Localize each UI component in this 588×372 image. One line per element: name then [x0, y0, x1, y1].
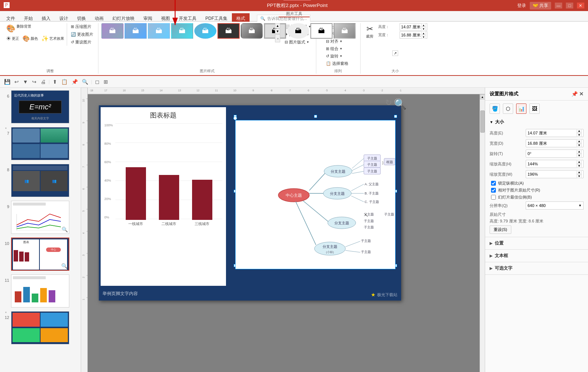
scale-w-spin-up[interactable]: ▲ [577, 170, 582, 174]
reset-size-button[interactable]: 重设(S) [490, 225, 511, 234]
close-button[interactable]: ✕ [577, 3, 584, 8]
slide-9-search-icon[interactable]: 🔍 [62, 227, 68, 232]
undo-button[interactable]: ↩ [13, 78, 20, 86]
picture-layout-button[interactable]: ⊟图片版式▼ [283, 39, 313, 46]
slide-thumb-10[interactable]: 10 图表 中心 🔍 [2, 237, 79, 271]
size-section-header[interactable]: ▼ 大小 [485, 117, 588, 127]
scale-w-input[interactable]: 196% ▲ ▼ [526, 170, 584, 178]
qa-extra2[interactable]: ⊞ [102, 78, 109, 86]
width-input[interactable]: 16.88 厘米 ▲ ▼ [526, 139, 584, 147]
text-box-section[interactable]: ▶ 文本框 [485, 250, 588, 262]
height-down-spinner[interactable]: ▼ [421, 27, 426, 31]
remove-background-button[interactable]: 🎨 删除背景 [5, 23, 65, 34]
relative-size-checkbox[interactable] [491, 188, 496, 193]
position-section[interactable]: ▶ 位置 [485, 237, 588, 250]
corrections-button[interactable]: ☀ 更正 [5, 34, 20, 43]
best-fit-checkbox[interactable] [491, 195, 496, 200]
panel-close-button[interactable]: ✕ [579, 91, 584, 97]
picture-style-7[interactable]: 🏔 [241, 23, 263, 39]
color-button[interactable]: 🎨 颜色 [21, 34, 39, 43]
rotation-spin-down[interactable]: ▼ [577, 154, 582, 158]
picture-style-10[interactable]: 🏔 [310, 23, 333, 39]
slide-thumb-7[interactable]: * 7 [2, 126, 79, 161]
height-spin-up[interactable]: ▲ [577, 129, 582, 133]
slide-thumb-11[interactable]: 11 [2, 274, 79, 308]
picture-style-2[interactable]: 🏔 [125, 23, 147, 39]
width-value[interactable]: 16.88 厘米 [401, 32, 421, 38]
picture-style-9[interactable]: 🏔 [287, 23, 309, 39]
slide-thumb-8[interactable]: 8 👥 👥 [2, 163, 79, 198]
scrollbar-vertical[interactable]: ▲ ▼ ⬆ ⬇ [480, 94, 485, 372]
horizontal-ruler: ·18 17 16 15 14 13 12 11 10 ·9 ·8 ·7 ·6 … [88, 88, 485, 94]
rotate-handle[interactable] [233, 116, 237, 120]
redo-button[interactable]: ↪ [31, 78, 38, 86]
resolution-dropdown[interactable]: ▼ [578, 204, 582, 207]
save-qa-button[interactable]: 💾 [3, 78, 11, 86]
picture-style-1[interactable]: 🏔 [101, 23, 123, 39]
lock-aspect-checkbox[interactable] [491, 181, 496, 186]
login-button[interactable]: 登录 [517, 3, 526, 9]
handle-top-right[interactable] [394, 115, 397, 118]
picture-style-6[interactable]: 🏔 [218, 23, 240, 39]
share-button[interactable]: 🤝 共享 [530, 2, 551, 10]
height-input[interactable]: 14.07 厘米 ▲ ▼ [526, 129, 584, 137]
scroll-thumb-v[interactable] [480, 110, 485, 133]
alt-text-section[interactable]: ▶ 可选文字 [485, 262, 588, 275]
height-up-spinner[interactable]: ▲ [421, 23, 426, 27]
change-picture-button[interactable]: 🔄更改图片 [69, 31, 95, 38]
width-spin-down[interactable]: ▼ [577, 143, 582, 147]
gallery-down-button[interactable]: ▼ [275, 29, 280, 34]
rotation-label: 旋转(T) [490, 151, 523, 157]
picture-style-3[interactable]: 🏔 [148, 23, 170, 39]
picture-style-5[interactable]: 🏔 [194, 23, 216, 39]
width-spin-up[interactable]: ▲ [577, 139, 582, 143]
gallery-up-button[interactable]: ▲ [275, 23, 280, 28]
handle-top-mid[interactable] [314, 115, 317, 118]
slide-thumb-9[interactable]: 9 🔍 [2, 200, 79, 235]
print-button[interactable]: 🖨 [39, 78, 47, 86]
picture-style-4[interactable]: 🏔 [171, 23, 193, 39]
canvas-area[interactable]: 图表标题 100% 80% 60% 40% 20% 0% [88, 94, 480, 372]
scale-h-input[interactable]: 144% ▲ ▼ [526, 160, 584, 168]
scale-w-spin-down[interactable]: ▼ [577, 174, 582, 178]
scroll-up-button[interactable]: ▲ [480, 94, 485, 99]
width-down-spinner[interactable]: ▼ [421, 35, 426, 39]
qa-clipboard-button[interactable]: 📋 [60, 78, 69, 86]
artistic-effects-button[interactable]: ✨ 艺术效果 [40, 34, 65, 43]
scale-h-spin-down[interactable]: ▼ [577, 164, 582, 168]
align-button[interactable]: ⊟对齐▼ [324, 38, 344, 45]
scale-h-spin-up[interactable]: ▲ [577, 160, 582, 164]
svg-line-46 [309, 173, 325, 190]
rotate-button[interactable]: ↺旋转▼ [324, 53, 344, 60]
slide-thumb-6[interactable]: 6 近代历史人物的故事 E=mc² 相关内容文字 [2, 90, 79, 124]
selection-pane-button[interactable]: 📋选择窗格 [324, 60, 350, 67]
format-tab-picture[interactable]: 🖼 [529, 103, 540, 114]
format-tab-fill[interactable]: 🪣 [490, 103, 500, 114]
maximize-button[interactable]: □ [566, 3, 573, 8]
minimize-button[interactable]: — [555, 3, 562, 8]
qa-pin-button[interactable]: 📌 [70, 78, 79, 86]
format-tab-effects[interactable]: ⬡ [503, 103, 513, 114]
svg-text:8: 8 [82, 144, 85, 145]
height-value[interactable]: 14.07 厘米 [401, 24, 421, 30]
qa-extra1[interactable]: ◻ [94, 78, 101, 86]
qa-search-button[interactable]: 🔍 [81, 78, 89, 86]
picture-style-11[interactable]: 🏔 [334, 23, 356, 39]
undo-dropdown[interactable]: ▼ [22, 78, 29, 86]
width-up-spinner[interactable]: ▲ [421, 31, 426, 35]
slide-thumb-12[interactable]: * 12 [2, 310, 79, 345]
qa-up-button[interactable]: ⬆ [52, 78, 58, 86]
slide-10-search-icon[interactable]: 🔍 [61, 263, 67, 269]
crop-button[interactable]: ✂ 裁剪 [363, 23, 376, 40]
selected-image-wrapper[interactable]: ↻ 🔍 中心主题 分支主题 [235, 116, 396, 266]
format-tab-size[interactable]: 📊 [516, 103, 526, 114]
compress-button[interactable]: ⊞压缩图片 [69, 23, 95, 30]
panel-pin-button[interactable]: 📌 [571, 91, 578, 97]
gallery-more-button[interactable]: ⬦ [275, 34, 280, 42]
rotation-spin-up[interactable]: ▲ [577, 150, 582, 154]
group-button[interactable]: ⊞组合▼ [324, 45, 344, 52]
size-dialog-launcher[interactable]: ↗ [392, 50, 398, 56]
height-spin-down[interactable]: ▼ [577, 133, 582, 137]
reset-picture-button[interactable]: ↺重设图片 [69, 39, 95, 46]
rotation-input[interactable]: 0° ▲ ▼ [526, 150, 584, 158]
